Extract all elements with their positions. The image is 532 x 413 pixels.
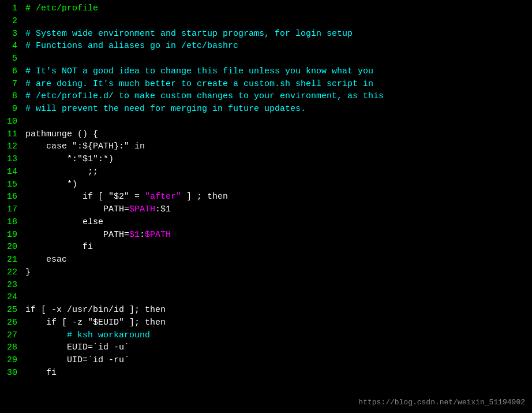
code-segment: "after" (145, 192, 181, 202)
code-segment: # will prevent the need for merging in f… (25, 104, 306, 114)
code-segment: case ":${PATH}:" in (25, 142, 145, 151)
code-segment: ;; (25, 167, 98, 177)
line-number: 7 (5, 78, 17, 91)
line-number: 4 (5, 40, 17, 53)
code-line: # /etc/profile.d/ to make custom changes… (25, 90, 527, 103)
code-line (25, 15, 527, 28)
code-line: # Functions and aliases go in /etc/bashr… (25, 40, 527, 53)
code-line: fi (25, 367, 527, 379)
line-number: 28 (5, 341, 17, 354)
code-segment: pathmunge () { (25, 129, 98, 139)
line-number: 29 (5, 354, 17, 367)
code-segment: if [ -x /usr/bin/id ]; then (25, 305, 166, 315)
code-editor: 1234567891011121314151617181920212223242… (0, 0, 532, 413)
line-number: 19 (5, 229, 17, 241)
code-line: # are doing. It's much better to create … (25, 78, 527, 91)
code-line: EUID=`id -u` (25, 341, 527, 354)
code-line: # will prevent the need for merging in f… (25, 103, 527, 116)
code-segment: ] ; then (181, 192, 228, 202)
line-number: 10 (5, 116, 17, 128)
code-segment: :$1 (155, 204, 171, 214)
code-line (25, 53, 527, 65)
code-segment: if [ "$2" = (25, 192, 145, 202)
code-line: *:"$1":*) (25, 153, 527, 166)
code-line: *) (25, 178, 527, 191)
code-segment: : (140, 230, 145, 240)
code-line: } (25, 266, 527, 279)
line-number: 25 (5, 304, 17, 317)
line-number: 21 (5, 254, 17, 266)
line-numbers: 1234567891011121314151617181920212223242… (0, 2, 21, 411)
code-segment: EUID=`id -u` (25, 343, 129, 352)
code-segment: $1 (129, 230, 140, 240)
code-segment: fi (25, 242, 93, 252)
line-number: 22 (5, 266, 17, 279)
line-number: 13 (5, 153, 17, 166)
code-line (25, 291, 527, 304)
code-line: # /etc/profile (25, 2, 527, 15)
code-segment: # are doing. It's much better to create … (25, 79, 373, 89)
code-segment: else (25, 217, 103, 227)
line-number: 8 (5, 90, 17, 103)
code-line: UID=`id -ru` (25, 354, 527, 367)
code-line (25, 279, 527, 292)
code-line: if [ "$2" = "after" ] ; then (25, 191, 527, 203)
line-number: 12 (5, 140, 17, 153)
code-line: # It's NOT a good idea to change this fi… (25, 65, 527, 78)
code-segment: if [ -z "$EUID" ]; then (25, 318, 166, 328)
code-line: if [ -x /usr/bin/id ]; then (25, 304, 527, 317)
code-line: if [ -z "$EUID" ]; then (25, 317, 527, 329)
code-segment: fi (25, 368, 57, 378)
line-number: 18 (5, 216, 17, 229)
line-number: 14 (5, 166, 17, 178)
line-number: 16 (5, 191, 17, 203)
code-segment: PATH= (25, 230, 129, 240)
line-number: 26 (5, 317, 17, 329)
line-number: 6 (5, 65, 17, 78)
code-segment: # System wide environment and startup pr… (25, 29, 353, 39)
code-segment: $PATH (129, 204, 155, 214)
code-line: PATH=$PATH:$1 (25, 203, 527, 216)
code-segment: esac (25, 255, 67, 265)
code-line: case ":${PATH}:" in (25, 140, 527, 153)
line-number: 17 (5, 203, 17, 216)
code-line: # ksh workaround (25, 329, 527, 342)
line-number: 20 (5, 241, 17, 254)
code-line: esac (25, 254, 527, 266)
code-line: ;; (25, 166, 527, 178)
code-segment: $PATH (145, 230, 171, 240)
code-line: # System wide environment and startup pr… (25, 28, 527, 40)
code-segment: *) (25, 180, 77, 189)
line-number: 23 (5, 279, 17, 292)
line-number: 27 (5, 329, 17, 342)
code-line: PATH=$1:$PATH (25, 229, 527, 241)
line-number: 5 (5, 53, 17, 65)
line-number: 2 (5, 15, 17, 28)
line-number: 15 (5, 178, 17, 191)
code-segment: # /etc/profile.d/ to make custom changes… (25, 91, 384, 101)
code-segment: UID=`id -ru` (25, 355, 129, 365)
code-line: else (25, 216, 527, 229)
code-segment: } (25, 267, 31, 277)
line-number: 24 (5, 291, 17, 304)
line-number: 3 (5, 28, 17, 40)
code-segment: # It's NOT a good idea to change this fi… (25, 66, 373, 76)
code-segment: # /etc/profile (25, 3, 98, 13)
code-segment: *:"$1":*) (25, 154, 114, 164)
code-content: # /etc/profile # System wide environment… (21, 2, 532, 411)
watermark: https://blog.csdn.net/weixin_51194902 (358, 397, 525, 408)
code-line: fi (25, 241, 527, 254)
code-segment: # ksh workaround (25, 330, 150, 340)
code-segment: PATH= (25, 204, 129, 214)
line-number: 11 (5, 128, 17, 141)
line-number: 30 (5, 367, 17, 379)
line-number: 1 (5, 2, 17, 15)
line-number: 9 (5, 103, 17, 116)
code-segment: # Functions and aliases go in /etc/bashr… (25, 41, 238, 51)
code-line (25, 116, 527, 128)
code-line: pathmunge () { (25, 128, 527, 141)
